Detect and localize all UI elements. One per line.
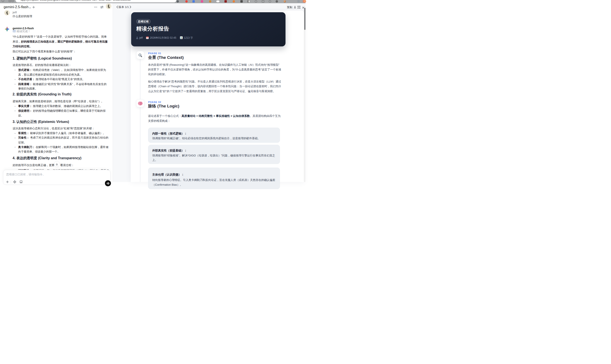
- svg-text:17: 17: [147, 37, 148, 39]
